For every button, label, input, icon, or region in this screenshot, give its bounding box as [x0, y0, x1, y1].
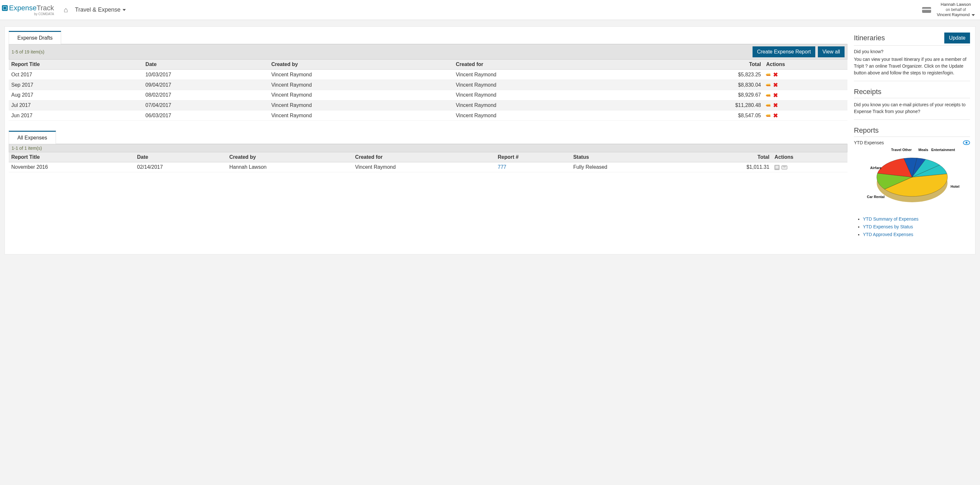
delete-icon[interactable]: ✖: [773, 72, 778, 78]
itineraries-subhead: Did you know?: [854, 49, 970, 54]
cell-date: 06/03/2017: [143, 110, 269, 121]
cell-created-by: Vincent Raymond: [269, 110, 453, 121]
edit-icon[interactable]: [766, 113, 771, 118]
cell-date: 08/02/2017: [143, 90, 269, 100]
cell-created-for: Vincent Raymond: [453, 100, 663, 110]
cell-total: $1,011.31: [688, 162, 772, 172]
ytd-expenses-pie-chart[interactable]: HotelCar RentalAirfareTravelOtherMealsEn…: [864, 147, 960, 211]
cell-total: $8,830.04: [663, 80, 764, 90]
home-icon[interactable]: ⌂: [64, 6, 68, 14]
delete-icon[interactable]: ✖: [773, 93, 778, 98]
report-link[interactable]: YTD Summary of Expenses: [863, 215, 970, 223]
col-report-title[interactable]: Report Title: [9, 152, 135, 162]
table-row[interactable]: Oct 201710/03/2017Vincent RaymondVincent…: [9, 70, 848, 80]
cell-title: Jul 2017: [9, 100, 143, 110]
report-link[interactable]: YTD Expenses by Status: [863, 223, 970, 231]
cell-total: $11,280.48: [663, 100, 764, 110]
col-date[interactable]: Date: [143, 60, 269, 70]
cell-total: $8,547.05: [663, 110, 764, 121]
credit-card-icon[interactable]: [922, 7, 931, 13]
user-name: Hannah Lawson: [937, 2, 975, 7]
create-expense-report-button[interactable]: Create Expense Report: [752, 46, 815, 57]
report-number-link[interactable]: 777: [498, 164, 506, 170]
view-all-drafts-button[interactable]: View all: [818, 46, 845, 57]
pie-label-travel: Travel: [891, 148, 902, 152]
delegate-name: Vincent Raymond: [937, 12, 970, 18]
cell-created-for: Vincent Raymond: [453, 70, 663, 80]
table-row[interactable]: Sep 201709/04/2017Vincent RaymondVincent…: [9, 80, 848, 90]
logo-byline: by COMDATA: [34, 12, 54, 16]
cell-total: $8,929.67: [663, 90, 764, 100]
pie-label-hotel: Hotel: [951, 185, 960, 188]
pie-label-other: Other: [902, 148, 912, 152]
user-menu[interactable]: Hannah Lawson on behalf of Vincent Raymo…: [937, 2, 975, 18]
app-logo[interactable]: ExpenseTrack by COMDATA: [2, 4, 54, 16]
col-created-for[interactable]: Created for: [453, 60, 663, 70]
expenses-toolbar: 1-1 of 1 item(s): [9, 144, 848, 152]
cell-date: 02/14/2017: [135, 162, 227, 172]
reports-panel: Reports YTD Expenses HotelCar RentalAirf…: [854, 124, 970, 243]
cell-title: Jun 2017: [9, 110, 143, 121]
cell-actions: ✖: [764, 110, 848, 121]
cell-title: Sep 2017: [9, 80, 143, 90]
cell-total: $5,823.25: [663, 70, 764, 80]
cell-created-by: Vincent Raymond: [269, 80, 453, 90]
logo-text-blue: Expense: [9, 4, 37, 12]
tab-expense-drafts[interactable]: Expense Drafts: [9, 31, 61, 44]
cell-created-for: Vincent Raymond: [453, 110, 663, 121]
document-icon[interactable]: [775, 165, 780, 170]
report-link[interactable]: YTD Approved Expenses: [863, 231, 970, 239]
col-report-title[interactable]: Report Title: [9, 60, 143, 70]
pie-label-meals: Meals: [918, 148, 929, 152]
cell-date: 09/04/2017: [143, 80, 269, 90]
on-behalf-label: on behalf of: [937, 7, 975, 13]
cell-actions: [772, 162, 848, 172]
expenses-table: Report Title Date Created by Created for…: [9, 152, 848, 172]
tab-all-expenses[interactable]: All Expenses: [9, 131, 56, 144]
table-row[interactable]: November 201602/14/2017Hannah LawsonVinc…: [9, 162, 848, 172]
delete-icon[interactable]: ✖: [773, 113, 778, 118]
delete-icon[interactable]: ✖: [773, 102, 778, 108]
cell-created-for: Vincent Raymond: [353, 162, 495, 172]
edit-icon[interactable]: [766, 103, 771, 108]
table-row[interactable]: Aug 201708/02/2017Vincent RaymondVincent…: [9, 90, 848, 100]
logo-icon: [2, 5, 8, 11]
cell-actions: ✖: [764, 80, 848, 90]
drafts-toolbar: 1-5 of 19 item(s) Create Expense Report …: [9, 44, 848, 60]
drafts-table: Report Title Date Created by Created for…: [9, 60, 848, 121]
pie-label-car-rental: Car Rental: [867, 195, 885, 199]
drafts-count: 1-5 of 19 item(s): [11, 49, 45, 54]
edit-icon[interactable]: [766, 72, 771, 77]
nav-travel-expense[interactable]: Travel & Expense: [75, 6, 126, 13]
col-status[interactable]: Status: [571, 152, 688, 162]
drafts-tabstrip: Expense Drafts: [9, 30, 848, 44]
col-date[interactable]: Date: [135, 152, 227, 162]
update-itinerary-button[interactable]: Update: [944, 32, 970, 43]
col-total[interactable]: Total: [663, 60, 764, 70]
chevron-down-icon: [972, 14, 975, 16]
table-row[interactable]: Jul 201707/04/2017Vincent RaymondVincent…: [9, 100, 848, 110]
col-total[interactable]: Total: [688, 152, 772, 162]
logo-text-grey: Track: [37, 4, 54, 12]
delete-icon[interactable]: ✖: [773, 82, 778, 88]
mail-icon[interactable]: [781, 166, 787, 169]
cell-created-by: Hannah Lawson: [227, 162, 353, 172]
table-row[interactable]: Jun 201706/03/2017Vincent RaymondVincent…: [9, 110, 848, 121]
chevron-down-icon: [123, 9, 126, 11]
itineraries-title: Itineraries: [854, 34, 885, 42]
edit-icon[interactable]: [766, 93, 771, 98]
col-created-by[interactable]: Created by: [269, 60, 453, 70]
reports-title: Reports: [854, 126, 879, 135]
col-created-by[interactable]: Created by: [227, 152, 353, 162]
pie-label-entertainment: Entertainment: [931, 148, 955, 152]
eye-icon[interactable]: [963, 140, 970, 145]
cell-date: 10/03/2017: [143, 70, 269, 80]
cell-created-for: Vincent Raymond: [453, 90, 663, 100]
edit-icon[interactable]: [766, 83, 771, 88]
cell-actions: ✖: [764, 70, 848, 80]
itineraries-text: You can view your travel Itinerary if yo…: [854, 56, 970, 76]
col-report-no[interactable]: Report #: [495, 152, 571, 162]
expenses-count: 1-1 of 1 item(s): [11, 145, 42, 151]
expenses-tabstrip: All Expenses: [9, 131, 848, 144]
col-created-for[interactable]: Created for: [353, 152, 495, 162]
